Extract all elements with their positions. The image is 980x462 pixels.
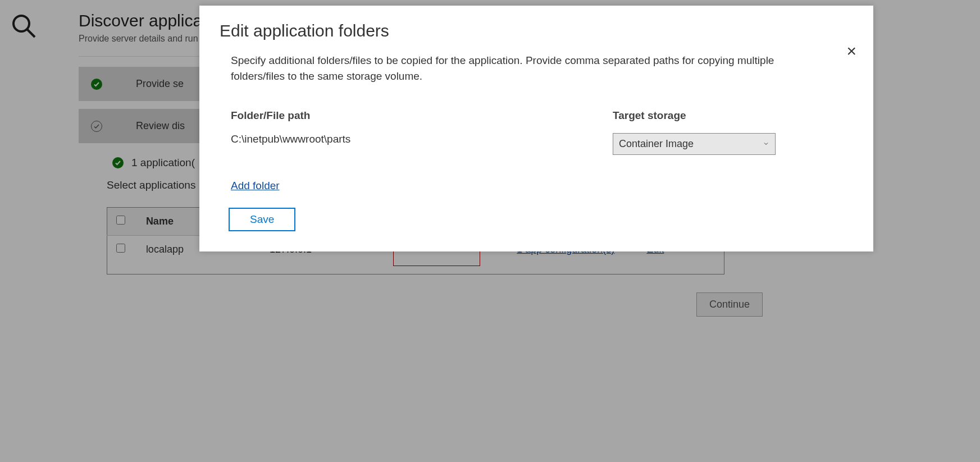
- save-button[interactable]: Save: [229, 208, 295, 231]
- folder-path-value: C:\inetpub\wwwroot\parts: [231, 133, 613, 145]
- dialog-title: Edit application folders: [220, 21, 853, 40]
- edit-application-folders-dialog: Edit application folders × Specify addit…: [199, 6, 873, 251]
- target-storage-value: Container Image: [619, 138, 694, 150]
- folder-path-label: Folder/File path: [231, 109, 613, 122]
- dialog-description: Specify additional folders/files to be c…: [231, 53, 826, 84]
- target-storage-select[interactable]: Container Image: [613, 133, 776, 155]
- add-folder-link[interactable]: Add folder: [231, 180, 280, 192]
- chevron-down-icon: [763, 138, 769, 150]
- target-storage-label: Target storage: [613, 109, 815, 122]
- close-button[interactable]: ×: [843, 39, 860, 63]
